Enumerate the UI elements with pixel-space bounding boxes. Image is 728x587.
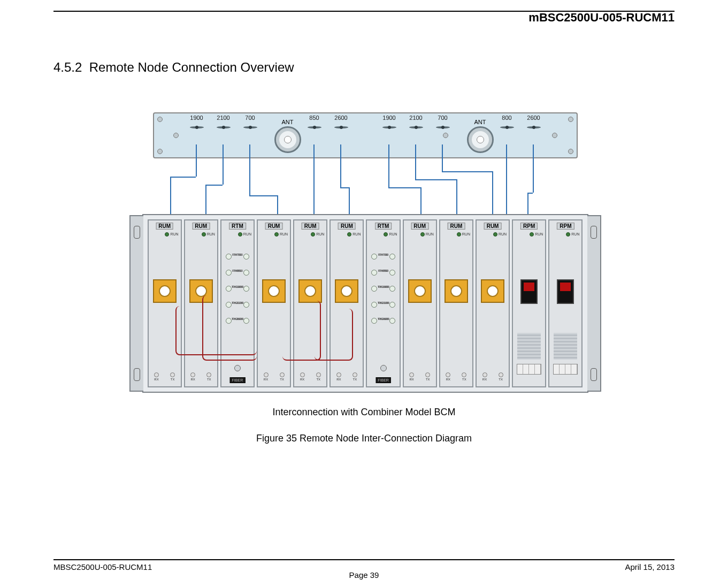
rf-connector bbox=[481, 279, 504, 303]
rx-tx-ports: RXTX bbox=[294, 372, 326, 381]
chassis-card-rum-0: RUMRUNRXTX bbox=[148, 219, 182, 387]
rx-tx-ports: RXTX bbox=[440, 372, 472, 381]
rf-connector bbox=[408, 279, 432, 303]
run-indicator: RUN bbox=[347, 232, 361, 237]
section-title-text: Remote Node Connection Overview bbox=[89, 60, 294, 74]
fiber-port: FIBER bbox=[230, 377, 246, 383]
rack-ear-left bbox=[129, 215, 143, 392]
rf-connector bbox=[445, 279, 468, 303]
section-heading: 4.5.2 Remote Node Connection Overview bbox=[53, 60, 675, 75]
card-tag: RPM bbox=[557, 223, 574, 230]
run-indicator: RUN bbox=[311, 232, 324, 237]
rx-tx-ports: RXTX bbox=[404, 372, 436, 381]
footer-date: April 15, 2013 bbox=[625, 562, 675, 571]
section-number: 4.5.2 bbox=[53, 60, 82, 74]
terminal-block bbox=[553, 364, 578, 375]
run-indicator: RUN bbox=[274, 232, 288, 237]
rx-tx-ports: RXTX bbox=[331, 372, 363, 381]
rf-connector bbox=[298, 279, 322, 303]
ant-connector-2: ANT bbox=[464, 119, 496, 153]
card-tag: RTM bbox=[375, 223, 392, 230]
run-indicator: RUN bbox=[384, 232, 397, 237]
card-tag: RUM bbox=[192, 223, 210, 230]
ant-connector-1: ANT bbox=[272, 119, 304, 153]
power-switch[interactable] bbox=[520, 279, 538, 304]
run-indicator: RUN bbox=[457, 232, 470, 237]
rf-connector bbox=[153, 279, 177, 303]
card-tag: RTM bbox=[229, 223, 246, 230]
terminal-block bbox=[517, 364, 541, 375]
footer-page-number: Page 39 bbox=[53, 570, 675, 580]
run-indicator: RUN bbox=[420, 232, 434, 237]
card-tag: RUM bbox=[338, 223, 356, 230]
header-doc-code: mBSC2500U-005-RUCM11 bbox=[53, 11, 675, 28]
card-tag: RUM bbox=[411, 223, 428, 230]
vent-grille bbox=[554, 333, 577, 360]
card-tag: RUM bbox=[484, 223, 502, 230]
rf-connector bbox=[262, 279, 286, 303]
remote-node-chassis: RUMRUNRXTXRUMRUNRXTXRTMRUNRX700TX700RX85… bbox=[142, 214, 588, 393]
chassis-card-rpm-10: RPMRUN bbox=[512, 219, 546, 387]
chassis-card-rpm-11: RPMRUN bbox=[548, 219, 583, 387]
run-indicator: RUN bbox=[202, 232, 215, 237]
card-tag: RPM bbox=[520, 223, 538, 230]
chassis-card-rtm-6: RTMRUNRX700TX700RX850TX850RX1900TX1900RX… bbox=[366, 219, 400, 387]
chassis-card-rum-9: RUMRUNRXTX bbox=[476, 219, 510, 387]
rf-connector bbox=[335, 279, 358, 303]
rack-ear-right bbox=[587, 215, 601, 392]
chassis-card-rum-7: RUMRUNRXTX bbox=[403, 219, 437, 387]
rx-tx-ports: RXTX bbox=[149, 372, 181, 381]
rtm-port-column: RX700TX700RX850TX850RX1900TX1900RX2100TX… bbox=[370, 254, 396, 365]
vent-grille bbox=[517, 333, 541, 360]
run-indicator: RUN bbox=[530, 232, 543, 237]
footer-doc-code: MBSC2500U-005-RUCM11 bbox=[53, 562, 152, 571]
run-indicator: RUN bbox=[165, 232, 178, 237]
card-tag: RUM bbox=[302, 223, 319, 230]
figure-subtitle: Interconnection with Combiner Model BCM bbox=[272, 407, 455, 418]
rx-tx-ports: RXTX bbox=[185, 372, 217, 381]
card-tag: RUM bbox=[448, 223, 465, 230]
rx-tx-ports: RXTX bbox=[477, 372, 509, 381]
combiner-panel: 1900 2100 700 ANT 850 2600 1900 2100 700… bbox=[153, 112, 578, 158]
figure-caption: Figure 35 Remote Node Inter-Connection D… bbox=[256, 433, 472, 444]
power-switch[interactable] bbox=[557, 279, 574, 304]
card-tag: RUM bbox=[265, 223, 283, 230]
run-indicator: RUN bbox=[493, 232, 507, 237]
run-indicator: RUN bbox=[566, 232, 579, 237]
chassis-card-rum-8: RUMRUNRXTX bbox=[439, 219, 473, 387]
card-tag: RUM bbox=[156, 223, 173, 230]
rx-tx-ports: RXTX bbox=[258, 372, 290, 381]
chassis-card-rum-5: RUMRUNRXTX bbox=[329, 219, 364, 387]
fiber-port: FIBER bbox=[376, 377, 391, 383]
connection-diagram: 1900 2100 700 ANT 850 2600 1900 2100 700… bbox=[142, 112, 586, 391]
run-indicator: RUN bbox=[238, 232, 251, 237]
